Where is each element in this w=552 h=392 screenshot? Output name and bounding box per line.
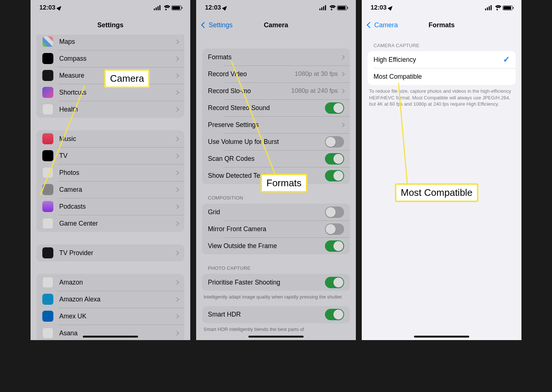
row-label: Amazon Alexa: [59, 296, 175, 303]
status-time: 12:03: [371, 4, 386, 11]
toggle[interactable]: [325, 240, 344, 252]
toggle[interactable]: [325, 102, 344, 114]
chevron-right-icon: [174, 251, 179, 255]
i-tvp-icon: [42, 247, 53, 258]
page-title: Camera: [264, 21, 288, 29]
row-label: Record Slo-mo: [208, 87, 291, 95]
settings-row[interactable]: Record Video1080p at 30 fps: [202, 66, 350, 82]
i-maps-icon: [42, 36, 53, 47]
settings-row[interactable]: Prioritise Faster Shooting: [202, 274, 350, 291]
row-label: Preserve Settings: [208, 121, 341, 129]
location-icon: [57, 4, 63, 10]
toggle[interactable]: [325, 206, 344, 218]
chevron-right-icon: [174, 153, 179, 158]
toggle[interactable]: [325, 223, 344, 235]
section-footer: Smart HDR intelligently blends the best …: [196, 323, 356, 333]
home-indicator[interactable]: [83, 336, 138, 338]
chevron-right-icon: [174, 280, 179, 285]
chevron-right-icon: [174, 297, 179, 302]
row-label: Most Compatible: [374, 73, 510, 81]
settings-row[interactable]: Compass: [36, 50, 184, 67]
row-label: Scan QR Codes: [208, 155, 325, 163]
i-tv-icon: [42, 150, 53, 161]
settings-row[interactable]: Game Center: [36, 215, 184, 232]
wifi-icon: [328, 5, 335, 10]
section-footer: Intelligently adapt image quality when r…: [196, 291, 356, 300]
home-indicator[interactable]: [414, 336, 469, 338]
chevron-right-icon: [340, 89, 345, 93]
chevron-right-icon: [174, 56, 179, 61]
checkmark-icon: ✓: [503, 55, 510, 64]
row-label: Photos: [59, 169, 175, 177]
row-label: Smart HDR: [208, 311, 325, 318]
toggle[interactable]: [325, 277, 344, 288]
page-title: Settings: [97, 21, 123, 29]
i-asana-icon: [42, 328, 53, 339]
settings-row[interactable]: Podcasts: [36, 198, 184, 215]
settings-row[interactable]: Use Volume Up for Burst: [202, 133, 350, 150]
status-time: 12:03: [39, 4, 55, 11]
settings-row[interactable]: Photos: [36, 164, 184, 181]
row-label: Record Video: [208, 70, 295, 78]
settings-row[interactable]: Music: [36, 130, 184, 147]
settings-row[interactable]: Scan QR Codes: [202, 150, 350, 167]
i-gc-icon: [42, 218, 53, 229]
toggle[interactable]: [325, 136, 344, 148]
settings-row[interactable]: View Outside the Frame: [202, 237, 350, 254]
settings-row[interactable]: Maps: [36, 33, 184, 50]
status-bar: 12:03: [31, 0, 190, 15]
row-label: Amex UK: [59, 312, 175, 320]
toggle[interactable]: [325, 153, 344, 165]
chevron-right-icon: [174, 39, 179, 44]
cellular-icon: [319, 5, 326, 10]
row-label: High Efficiency: [374, 56, 503, 64]
row-label: Game Center: [59, 220, 175, 227]
status-bar: 12:03: [196, 0, 356, 15]
battery-icon: [171, 6, 181, 10]
settings-row[interactable]: TV Provider: [36, 244, 184, 261]
settings-row[interactable]: Record Slo-mo1080p at 240 fps: [202, 82, 350, 99]
settings-row[interactable]: Mirror Front Camera: [202, 220, 350, 237]
back-button[interactable]: Settings: [202, 21, 233, 29]
wifi-icon: [163, 5, 169, 10]
wifi-icon: [494, 5, 500, 10]
toggle[interactable]: [325, 309, 344, 320]
chevron-right-icon: [174, 331, 179, 336]
settings-row[interactable]: Grid: [202, 204, 350, 220]
cellular-icon: [154, 5, 160, 10]
callout-formats: Formats: [261, 174, 307, 193]
navbar: Settings: [31, 15, 190, 35]
settings-row[interactable]: Preserve Settings: [202, 116, 350, 133]
format-option[interactable]: Most Compatible: [368, 68, 516, 85]
row-label: Prioritise Faster Shooting: [208, 279, 325, 286]
back-button[interactable]: Camera: [368, 21, 398, 29]
chevron-right-icon: [174, 170, 179, 175]
screen-settings: 12:03 Settings Translate Maps Compass Me…: [31, 0, 190, 340]
settings-row[interactable]: Record Stereo Sound: [202, 99, 350, 116]
row-label: View Outside the Frame: [208, 242, 325, 250]
row-label: Use Volume Up for Burst: [208, 138, 325, 146]
home-indicator[interactable]: [248, 336, 304, 338]
i-shortcuts-icon: [42, 87, 53, 98]
settings-row[interactable]: Formats: [202, 49, 350, 66]
settings-row[interactable]: Asana: [36, 325, 184, 340]
callout-camera: Camera: [104, 69, 150, 88]
chevron-left-icon: [367, 22, 373, 28]
row-label: Mirror Front Camera: [208, 225, 325, 233]
settings-row[interactable]: Amex UK: [36, 308, 184, 325]
settings-row[interactable]: Health: [36, 101, 184, 118]
battery-icon: [337, 6, 347, 10]
settings-row[interactable]: Camera: [36, 181, 184, 198]
format-option[interactable]: High Efficiency ✓: [368, 51, 516, 68]
chevron-right-icon: [340, 123, 345, 127]
settings-row[interactable]: Amazon Alexa: [36, 291, 184, 308]
page-title: Formats: [428, 21, 454, 29]
chevron-right-icon: [174, 90, 179, 95]
row-label: Formats: [208, 53, 341, 61]
toggle[interactable]: [325, 170, 344, 181]
i-podcasts-icon: [42, 201, 53, 212]
row-label: Shortcuts: [59, 89, 175, 96]
settings-row[interactable]: Smart HDR: [202, 306, 350, 323]
row-value: 1080p at 240 fps: [291, 87, 338, 95]
settings-row[interactable]: Amazon: [36, 274, 184, 291]
